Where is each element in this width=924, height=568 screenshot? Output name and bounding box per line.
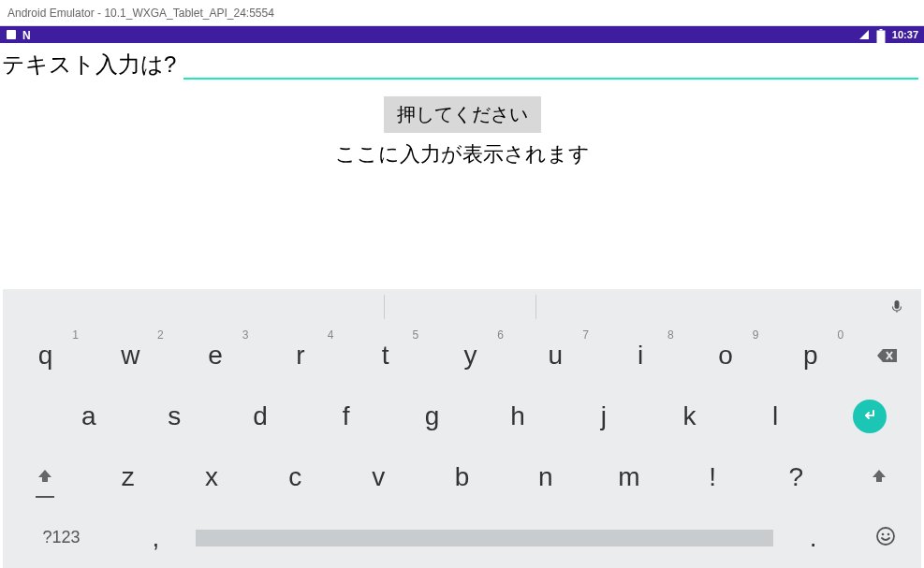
- key-b[interactable]: b: [420, 446, 504, 507]
- svg-point-3: [877, 528, 894, 545]
- key-v[interactable]: v: [337, 446, 420, 507]
- display-text: ここに入力が表示されます: [0, 140, 924, 168]
- key-w[interactable]: w2: [88, 325, 173, 386]
- key-n[interactable]: n: [504, 446, 587, 507]
- app-content: テキスト入力は? 押してください ここに入力が表示されます: [0, 43, 924, 289]
- key-hint: 9: [753, 328, 759, 342]
- key-hint: 2: [157, 328, 164, 342]
- key-u[interactable]: u7: [513, 325, 598, 386]
- key-hint: 1: [72, 328, 79, 342]
- key-m[interactable]: m: [587, 446, 670, 507]
- enter-key[interactable]: [818, 386, 921, 446]
- key-exclaim[interactable]: !: [670, 446, 754, 507]
- key-x[interactable]: x: [169, 446, 253, 507]
- key-hint: 8: [667, 328, 674, 342]
- key-o[interactable]: o9: [683, 325, 769, 386]
- shift-key-right[interactable]: [838, 446, 921, 507]
- status-time: 10:37: [892, 29, 918, 40]
- key-c[interactable]: c: [254, 446, 337, 507]
- key-period[interactable]: .: [777, 507, 849, 568]
- key-r[interactable]: r4: [258, 325, 344, 386]
- key-hint: 4: [328, 328, 334, 342]
- key-z[interactable]: z: [86, 446, 169, 507]
- key-question[interactable]: ?: [755, 446, 838, 507]
- key-t[interactable]: t5: [343, 325, 428, 386]
- enter-icon: [860, 401, 879, 431]
- backspace-icon: [876, 341, 899, 371]
- key-g[interactable]: g: [389, 386, 476, 446]
- shift-icon: [36, 462, 54, 492]
- app-icon: [6, 29, 17, 40]
- key-y[interactable]: y6: [428, 325, 513, 386]
- svg-rect-0: [7, 30, 16, 39]
- key-p[interactable]: p0: [768, 325, 853, 386]
- svg-point-4: [881, 532, 884, 535]
- svg-rect-2: [879, 29, 882, 31]
- window-title: Android Emulator - 10.1_WXGA_Tablet_API_…: [7, 7, 274, 20]
- key-f[interactable]: f: [303, 386, 389, 446]
- on-screen-keyboard: q1w2e3r4t5y6u7i8o9p0asdfghjklzxcvbnm!??1…: [3, 289, 921, 568]
- svg-point-5: [887, 532, 889, 535]
- emoji-key[interactable]: [849, 507, 921, 568]
- symbols-key[interactable]: ?123: [3, 507, 120, 568]
- n-icon: N: [22, 29, 34, 40]
- window-title-bar: Android Emulator - 10.1_WXGA_Tablet_API_…: [0, 0, 924, 26]
- text-input[interactable]: [183, 49, 918, 80]
- emoji-icon: [875, 523, 896, 553]
- suggestion-bar: [3, 289, 921, 325]
- key-s[interactable]: s: [132, 386, 218, 446]
- key-h[interactable]: h: [475, 386, 561, 446]
- key-d[interactable]: d: [217, 386, 303, 446]
- key-a[interactable]: a: [46, 386, 132, 446]
- android-status-bar: N 10:37: [0, 26, 924, 43]
- key-hint: 7: [582, 328, 589, 342]
- key-q[interactable]: q1: [3, 325, 88, 386]
- microphone-icon[interactable]: [889, 299, 904, 314]
- key-hint: 3: [242, 328, 249, 342]
- key-i[interactable]: i8: [598, 325, 683, 386]
- press-button[interactable]: 押してください: [384, 96, 541, 133]
- spacebar[interactable]: [192, 530, 777, 546]
- key-hint: 5: [412, 328, 418, 342]
- key-l[interactable]: l: [732, 386, 818, 446]
- key-hint: 6: [497, 328, 504, 342]
- key-e[interactable]: e3: [173, 325, 258, 386]
- backspace-key[interactable]: [853, 325, 921, 386]
- shift-key[interactable]: [3, 446, 86, 507]
- shift-icon: [870, 462, 888, 492]
- key-comma[interactable]: ,: [120, 507, 192, 568]
- key-hint: 0: [838, 328, 844, 342]
- key-j[interactable]: j: [561, 386, 647, 446]
- signal-icon: [858, 29, 870, 40]
- input-label: テキスト入力は?: [2, 50, 176, 80]
- battery-icon: [875, 29, 887, 40]
- key-k[interactable]: k: [647, 386, 733, 446]
